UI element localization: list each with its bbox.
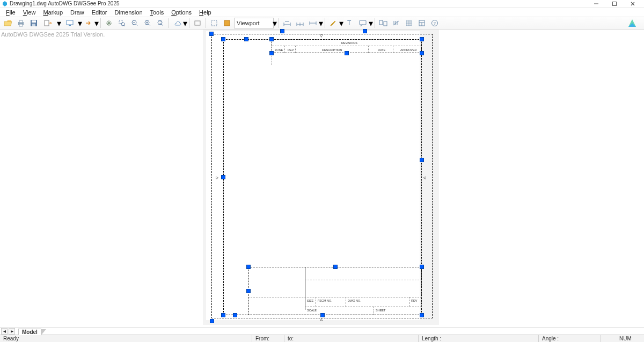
svg-rect-9: [32, 24, 35, 26]
status-num: NUM: [616, 335, 638, 343]
tb-c2: [346, 297, 346, 307]
pencil-dropdown[interactable]: ▾: [339, 18, 343, 28]
print-icon[interactable]: [15, 18, 27, 28]
svg-rect-42: [379, 20, 383, 25]
rev-col-4: [393, 46, 393, 53]
menu-markup[interactable]: Markup: [39, 9, 67, 16]
comment-dropdown[interactable]: ▾: [369, 18, 372, 28]
menu-tools[interactable]: Tools: [147, 9, 168, 16]
grip[interactable]: [269, 51, 274, 55]
status-bar: Ready From: to: Length : Angle : NUM: [0, 334, 644, 342]
dwgsee-logo: [623, 18, 642, 29]
toolbar: ▾ ▾ ▾ ▾ Viewport ▾ ▾ ▾ T ▾ ?: [0, 17, 644, 30]
status-length: Length :: [419, 335, 539, 343]
grip[interactable]: [420, 37, 424, 41]
titleblock-lower[interactable]: [248, 267, 422, 315]
maximize-button[interactable]: [605, 0, 624, 8]
grip[interactable]: [420, 158, 424, 162]
text-icon[interactable]: T: [344, 18, 356, 28]
grid-snap-icon[interactable]: [403, 18, 415, 28]
zoom-in-icon[interactable]: [142, 18, 153, 28]
help-icon[interactable]: ?: [429, 18, 441, 28]
tb-row1: [305, 280, 422, 280]
grip[interactable]: [269, 37, 274, 41]
grip[interactable]: [210, 319, 214, 323]
tb-vsplit: [305, 267, 305, 310]
measure-tally-icon[interactable]: [390, 18, 402, 28]
arrow-dropdown[interactable]: ▾: [94, 18, 98, 28]
zoom-extents-icon[interactable]: [155, 18, 166, 28]
svg-text:?: ?: [434, 21, 436, 26]
grip[interactable]: [320, 313, 325, 317]
grip[interactable]: [246, 289, 251, 293]
tab-prev-button[interactable]: ◂: [1, 328, 8, 334]
dimension-continue-icon[interactable]: [307, 18, 319, 28]
viewport-tool-icon[interactable]: [221, 18, 233, 28]
dwg-convert-icon[interactable]: [41, 18, 57, 28]
fold-mark-top: ▿: [320, 33, 323, 39]
grip[interactable]: [420, 51, 424, 55]
svg-rect-10: [45, 20, 49, 26]
monitor-icon[interactable]: [62, 18, 78, 28]
grip[interactable]: [345, 51, 349, 55]
dimension-dropdown[interactable]: ▾: [319, 18, 323, 28]
grip[interactable]: [221, 313, 225, 317]
open-icon[interactable]: [2, 18, 14, 28]
drawing-canvas[interactable]: AutoDWG DWGSee 2025 Trial Version. REVIS…: [0, 30, 644, 327]
grip[interactable]: [280, 29, 284, 33]
grip[interactable]: [221, 175, 225, 179]
close-button[interactable]: [624, 0, 642, 8]
tab-model[interactable]: Model: [18, 329, 41, 335]
dwg-convert-dropdown[interactable]: ▾: [57, 18, 61, 28]
arrow-right-icon[interactable]: [83, 18, 94, 28]
menu-editor[interactable]: Editor: [88, 9, 111, 16]
grip[interactable]: [233, 313, 237, 317]
layout-tabs: ◂ ▸ Model: [0, 327, 644, 334]
svg-rect-1: [613, 2, 617, 5]
tab-next-button[interactable]: ▸: [9, 328, 15, 334]
pencil-icon[interactable]: [327, 18, 339, 28]
rectangle-icon[interactable]: [192, 18, 203, 28]
svg-rect-43: [384, 21, 387, 26]
cloud-dropdown[interactable]: ▾: [183, 18, 187, 28]
viewport-dropdown[interactable]: ▾: [273, 18, 276, 28]
status-ready: Ready: [0, 335, 252, 343]
grip[interactable]: [244, 37, 248, 41]
cloud-icon[interactable]: [171, 18, 183, 28]
menu-draw[interactable]: Draw: [67, 9, 88, 16]
tb-c3: [409, 297, 409, 307]
zoom-out-icon[interactable]: [129, 18, 141, 28]
grip[interactable]: [363, 29, 367, 33]
grip[interactable]: [333, 265, 338, 269]
menu-dimension[interactable]: Dimension: [111, 9, 147, 16]
zoom-window-icon[interactable]: [116, 18, 128, 28]
grip[interactable]: [420, 265, 424, 269]
compare-icon[interactable]: [377, 18, 389, 28]
window-title: Drawging1.dwg AutoDWG DWGSee Pro 2025: [10, 1, 120, 6]
svg-rect-41: [360, 20, 366, 25]
viewport-selector[interactable]: Viewport: [234, 18, 274, 28]
app-icon: [2, 1, 8, 6]
rev-row-divider: [272, 46, 421, 46]
comment-icon[interactable]: [357, 18, 369, 28]
grip[interactable]: [221, 37, 225, 41]
grip[interactable]: [246, 265, 251, 269]
status-to: to:: [284, 335, 419, 343]
svg-line-25: [162, 24, 163, 26]
grip[interactable]: [209, 32, 214, 36]
tb-c4: [374, 307, 374, 315]
select-rect-icon[interactable]: [208, 18, 220, 28]
layout-icon[interactable]: [416, 18, 428, 28]
save-icon[interactable]: [28, 18, 40, 28]
grip[interactable]: [420, 313, 424, 317]
monitor-dropdown[interactable]: ▾: [78, 18, 82, 28]
rev-rev: REV: [288, 48, 294, 52]
menu-view[interactable]: View: [19, 9, 40, 16]
menu-options[interactable]: Options: [167, 9, 195, 16]
menu-help[interactable]: Help: [195, 9, 215, 16]
menu-file[interactable]: File: [2, 9, 19, 16]
dimension-aligned-icon[interactable]: [294, 18, 306, 28]
minimize-button[interactable]: [587, 0, 605, 8]
pan-icon[interactable]: [103, 18, 115, 28]
dimension-linear-icon[interactable]: [281, 18, 293, 28]
